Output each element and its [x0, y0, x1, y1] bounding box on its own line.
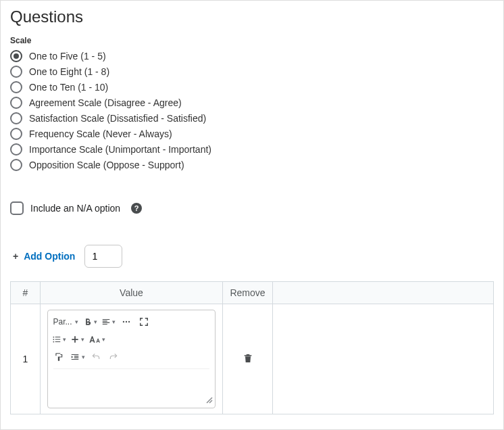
radio-circle-icon: [10, 143, 22, 156]
radio-circle-icon: [10, 128, 22, 140]
add-option-row: + Add Option: [10, 245, 494, 268]
help-icon[interactable]: ?: [131, 203, 142, 214]
scale-radio-2[interactable]: One to Ten (1 - 10): [10, 80, 494, 94]
editor-toolbar: Par...▾▾▾▾▾▾▾: [48, 310, 215, 367]
row-number: 1: [11, 304, 41, 414]
svg-point-3: [53, 337, 54, 338]
row-blank-cell: [273, 304, 494, 414]
svg-point-2: [128, 321, 130, 322]
radio-label: Opposition Scale (Oppose - Support): [29, 160, 184, 170]
scale-radio-7[interactable]: Opposition Scale (Oppose - Support): [10, 158, 494, 172]
row-value-cell: Par...▾▾▾▾▾▾▾: [41, 304, 223, 414]
radio-label: One to Five (1 - 5): [29, 51, 106, 62]
radio-circle-icon: [10, 81, 22, 93]
scale-radio-6[interactable]: Importance Scale (Unimportant - Importan…: [10, 143, 494, 156]
options-table: # Value Remove 1Par...▾▾▾▾▾▾▾: [10, 281, 494, 414]
more-icon[interactable]: [120, 314, 133, 329]
add-option-button[interactable]: + Add Option: [10, 251, 75, 262]
questions-panel: Questions Scale One to Five (1 - 5)One t…: [0, 0, 504, 430]
svg-point-5: [53, 341, 54, 343]
col-header-value: Value: [41, 282, 223, 304]
radio-circle-icon: [10, 97, 22, 109]
na-option-checkbox[interactable]: [10, 201, 24, 215]
page-title: Questions: [10, 7, 494, 26]
paragraph-style-selector[interactable]: Par...▾: [52, 314, 79, 329]
undo-icon[interactable]: [89, 350, 103, 364]
radio-label: One to Ten (1 - 10): [29, 82, 108, 93]
insert-plus-icon[interactable]: ▾: [70, 332, 84, 347]
resize-handle-icon[interactable]: [205, 396, 213, 406]
col-header-remove: Remove: [223, 282, 273, 304]
radio-circle-icon: [10, 50, 22, 62]
col-header-num: #: [11, 282, 41, 304]
table-row: 1Par...▾▾▾▾▾▾▾: [11, 304, 494, 414]
scale-radio-group: One to Five (1 - 5)One to Eight (1 - 8)O…: [10, 49, 494, 172]
rich-text-editor[interactable]: Par...▾▾▾▾▾▾▾: [47, 310, 216, 408]
scale-radio-4[interactable]: Satisfaction Scale (Dissatisfied - Satis…: [10, 112, 494, 125]
indent-icon[interactable]: ▾: [70, 350, 85, 364]
add-option-label: Add Option: [24, 251, 75, 262]
scale-radio-3[interactable]: Agreement Scale (Disagree - Agree): [10, 96, 494, 110]
scale-radio-1[interactable]: One to Eight (1 - 8): [10, 65, 494, 78]
radio-circle-icon: [10, 66, 22, 78]
format-paint-icon[interactable]: [52, 350, 66, 364]
redo-icon[interactable]: [107, 350, 120, 364]
radio-circle-icon: [10, 159, 22, 171]
align-icon[interactable]: ▾: [101, 314, 116, 329]
radio-label: Frequency Scale (Never - Always): [29, 128, 172, 139]
na-option-row: Include an N/A option ?: [10, 201, 494, 215]
list-icon[interactable]: ▾: [52, 332, 66, 347]
svg-point-4: [53, 339, 54, 340]
bold-icon[interactable]: ▾: [83, 314, 97, 329]
editor-body[interactable]: [53, 368, 209, 404]
scale-radio-5[interactable]: Frequency Scale (Never - Always): [10, 127, 494, 141]
na-option-label: Include an N/A option: [30, 203, 120, 214]
radio-label: Satisfaction Scale (Dissatisfied - Satis…: [29, 113, 206, 124]
add-option-count-input[interactable]: [84, 245, 122, 268]
svg-point-0: [123, 321, 124, 322]
row-remove-cell: [223, 304, 273, 414]
scale-radio-0[interactable]: One to Five (1 - 5): [10, 49, 494, 63]
font-size-icon[interactable]: ▾: [89, 332, 105, 347]
plus-icon: +: [13, 251, 18, 262]
radio-label: One to Eight (1 - 8): [29, 66, 109, 77]
scale-section-label: Scale: [10, 36, 494, 45]
remove-row-button[interactable]: [243, 353, 253, 364]
radio-circle-icon: [10, 112, 22, 124]
svg-point-1: [126, 321, 127, 322]
table-header-row: # Value Remove: [11, 282, 494, 304]
radio-label: Agreement Scale (Disagree - Agree): [29, 97, 182, 108]
fullscreen-icon[interactable]: [137, 314, 151, 329]
radio-label: Importance Scale (Unimportant - Importan…: [29, 144, 211, 155]
col-header-blank: [273, 282, 494, 304]
